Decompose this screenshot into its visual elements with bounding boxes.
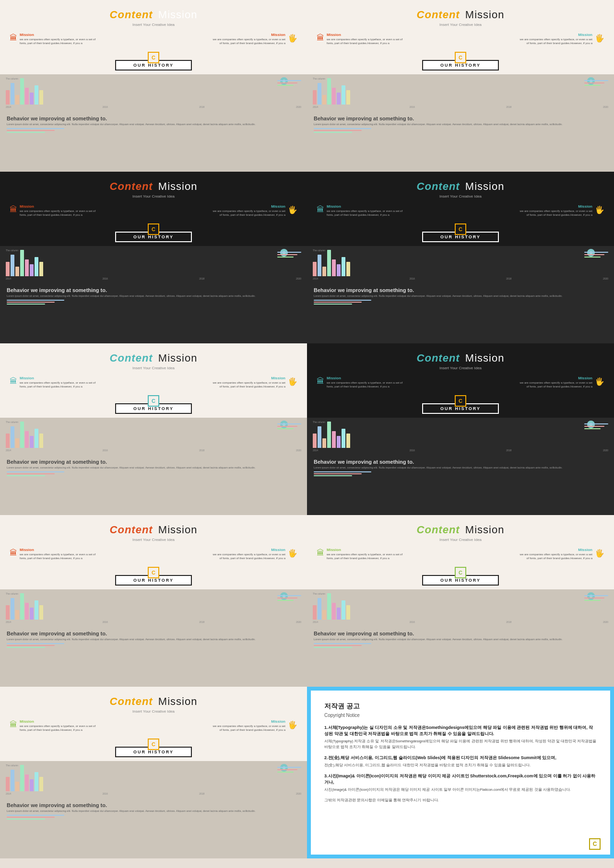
mission-right-title: Mission xyxy=(518,548,592,552)
slide-3: Content Mission Insert Your Creative Ide… xyxy=(0,172,307,343)
bar-4 xyxy=(332,88,336,105)
chart-label-3: 2018 xyxy=(506,106,511,108)
mission-left-title: Mission xyxy=(327,33,403,37)
bottom-line-0 xyxy=(7,300,64,301)
chart-label-1: 2014 xyxy=(6,106,11,108)
chart-label-1: 2014 xyxy=(313,277,318,280)
mission-right-title: Mission xyxy=(211,204,285,209)
bar-4 xyxy=(25,88,29,105)
bar-6 xyxy=(342,600,345,620)
bar-0 xyxy=(6,262,10,276)
chart-area: The column ◎ 2014 2016 2018 2020 xyxy=(0,246,307,284)
bar-5 xyxy=(337,93,341,105)
chart-label-1: 2014 xyxy=(6,621,11,623)
chart-line-0 xyxy=(277,252,301,253)
chart-lines xyxy=(277,80,301,86)
bar-7 xyxy=(39,90,43,105)
bar-5 xyxy=(30,608,34,620)
bottom-line-1 xyxy=(7,302,55,303)
chart-area: The column ◎ 2014 2016 2018 2020 xyxy=(0,74,307,113)
mission-right-icon: 🖐 xyxy=(288,377,297,386)
bottom-line-1 xyxy=(7,817,55,818)
chart-label-4: 2020 xyxy=(603,449,608,452)
slide-bottom: The column ◎ 2014 2016 2018 2020 Behavio… xyxy=(0,74,307,172)
chart-line-2 xyxy=(584,257,601,258)
copyright-body-3: 그밖의 저작권관련 문의사항은 이메일을 통해 연락주시기 바랍니다. xyxy=(324,798,597,803)
chart-bars xyxy=(6,765,301,791)
slide-subtitle: Insert Your Creative Idea xyxy=(439,194,482,199)
chart-area: The column ◎ 2014 2016 2018 2020 xyxy=(307,589,614,628)
copyright-heading-0: 1.서체(Typography)는 실 디자인의 소유 및 저작권은Someth… xyxy=(324,725,597,737)
mission-right-body: we are companies often specify a typefac… xyxy=(518,381,592,389)
mission-left: 🏛 Mission we are companies often specify… xyxy=(317,548,403,561)
bar-7 xyxy=(39,262,43,276)
lorem-text: Lorem ipsum dolor sit amet, consectetur … xyxy=(0,809,307,813)
title-word2: Mission xyxy=(158,352,198,364)
title-word1: Content xyxy=(110,524,153,536)
mission-left-body: we are companies often specify a typefac… xyxy=(327,209,403,217)
bar-2 xyxy=(15,782,19,791)
title-word2: Mission xyxy=(465,180,505,192)
behavior-text: Behavior we improving at something to. xyxy=(307,628,614,637)
bottom-line-0 xyxy=(7,128,64,129)
title-word2: Mission xyxy=(158,9,198,21)
title-word1: Content xyxy=(110,9,153,21)
bar-6 xyxy=(35,257,38,276)
mission-right-icon: 🖐 xyxy=(595,549,604,558)
lorem-text: Lorem ipsum dolor sit amet, consectetur … xyxy=(307,294,614,298)
mission-right: 🖐 Mission we are companies often specify… xyxy=(518,33,604,46)
chart-label-1: 2014 xyxy=(313,106,318,108)
chart-line-2 xyxy=(277,600,294,601)
mission-right-icon: 🖐 xyxy=(595,34,604,43)
slide-bottom: The column ◎ 2014 2016 2018 2020 Behavio… xyxy=(307,246,614,343)
bottom-line-2 xyxy=(314,304,352,305)
bottom-lines xyxy=(0,128,307,133)
mission-right: 🖐 Mission we are companies often specify… xyxy=(211,719,297,732)
mission-right-title: Mission xyxy=(211,33,285,37)
chart-area: The column ◎ 2014 2016 2018 2020 xyxy=(307,418,614,456)
mission-right: 🖐 Mission we are companies often specify… xyxy=(211,204,297,217)
copyright-body-1: 전(全),해당 서비스이용, 이그리드,웹 슬라이드 대한민국 저작권법을 바탕… xyxy=(324,762,597,768)
title-word2: Mission xyxy=(158,180,198,192)
chart-lines xyxy=(277,252,301,258)
chart-label-top: The column xyxy=(313,249,325,252)
slide-7: Content Mission Insert Your Creative Ide… xyxy=(0,515,307,687)
c-badge: C xyxy=(148,395,159,407)
mission-left-title: Mission xyxy=(20,719,96,724)
chart-bars xyxy=(313,78,608,105)
chart-label-3: 2018 xyxy=(199,106,204,108)
title-word2: Mission xyxy=(465,352,505,364)
copyright-subtitle: Copyright Notice xyxy=(324,713,597,718)
chart-bars xyxy=(313,250,608,276)
chart-label-2: 2016 xyxy=(103,621,108,623)
bar-0 xyxy=(6,434,10,448)
mission-right-text: Mission we are companies often specify a… xyxy=(518,204,592,217)
mission-right: 🖐 Mission we are companies often specify… xyxy=(518,548,604,561)
bar-3 xyxy=(20,250,24,276)
chart-lines xyxy=(277,595,301,601)
chart-line-0 xyxy=(277,767,301,768)
bar-7 xyxy=(39,434,43,448)
chart-line-2 xyxy=(584,600,601,601)
slide-bottom: The column ◎ 2014 2016 2018 2020 Behavio… xyxy=(307,74,614,172)
mission-row: 🏛 Mission we are companies often specify… xyxy=(307,544,614,561)
mission-left-body: we are companies often specify a typefac… xyxy=(20,209,96,217)
mission-right-body: we are companies often specify a typefac… xyxy=(211,209,285,217)
bar-3 xyxy=(20,78,24,105)
mission-left-icon: 🏛 xyxy=(317,205,324,214)
chart-label-top: The column xyxy=(6,77,18,80)
chart-label-top: The column xyxy=(6,764,18,767)
bottom-line-2 xyxy=(314,132,352,133)
slide-5: Content Mission Insert Your Creative Ide… xyxy=(0,343,307,515)
c-badge: C xyxy=(455,395,466,407)
bar-6 xyxy=(342,85,345,105)
chart-line-1 xyxy=(277,598,297,598)
mission-row: 🏛 Mission we are companies often specify… xyxy=(0,372,307,389)
bar-0 xyxy=(313,605,317,620)
bar-4 xyxy=(25,603,29,620)
bottom-lines xyxy=(307,300,614,305)
bar-1 xyxy=(318,598,321,620)
mission-left-title: Mission xyxy=(327,548,403,552)
slide-bottom: The column ◎ 2014 2016 2018 2020 Behavio… xyxy=(307,589,614,687)
mission-left-text: Mission we are companies often specify a… xyxy=(20,33,96,46)
